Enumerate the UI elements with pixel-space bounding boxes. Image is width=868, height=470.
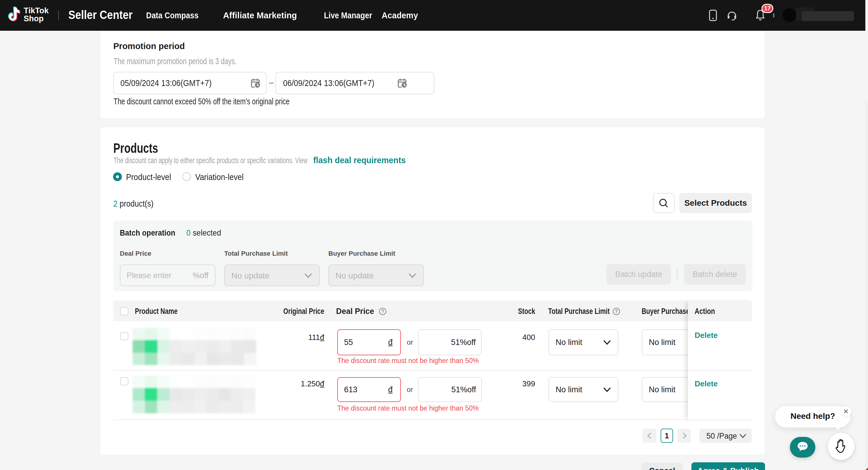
svg-text:?: ? bbox=[615, 309, 618, 314]
svg-text:?: ? bbox=[381, 309, 384, 314]
